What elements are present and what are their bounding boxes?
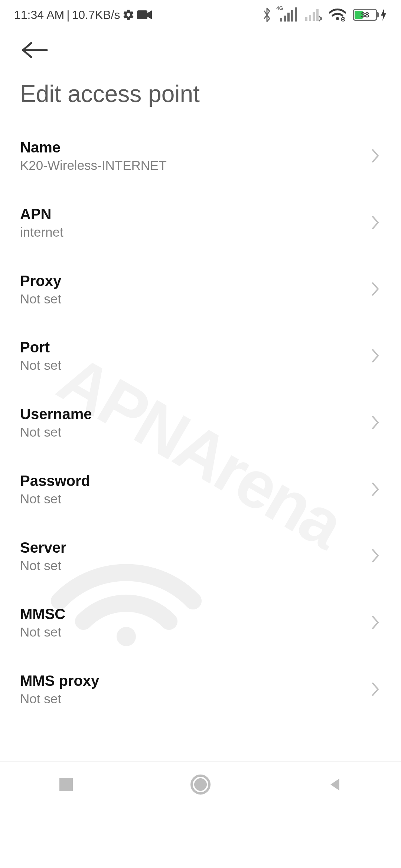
svg-rect-6 (295, 7, 297, 22)
svg-rect-10 (316, 9, 319, 21)
svg-rect-8 (309, 15, 311, 21)
setting-value: Not set (20, 424, 92, 440)
setting-label: Proxy (20, 272, 61, 290)
setting-value: K20-Wireless-INTERNET (20, 157, 167, 174)
setting-value: Not set (20, 491, 90, 507)
setting-label: Server (20, 538, 66, 557)
triangle-left-icon (327, 776, 343, 793)
setting-value: Not set (20, 691, 99, 707)
setting-label: APN (20, 205, 63, 223)
back-button[interactable] (20, 41, 49, 61)
setting-value: Not set (20, 558, 66, 574)
settings-icon (122, 9, 135, 21)
chevron-right-icon (371, 548, 381, 564)
setting-item-proxy[interactable]: Proxy Not set (20, 256, 381, 323)
setting-value: Not set (20, 291, 61, 307)
chevron-right-icon (371, 148, 381, 164)
navigation-bar (0, 761, 401, 809)
svg-rect-4 (287, 13, 290, 22)
svg-point-13 (336, 17, 339, 20)
setting-label: Password (20, 471, 90, 490)
status-sep: | (66, 8, 69, 22)
chevron-right-icon (371, 481, 381, 497)
setting-item-server[interactable]: Server Not set (20, 523, 381, 589)
nav-home-button[interactable] (190, 774, 211, 796)
svg-point-19 (194, 778, 207, 791)
nav-back-button[interactable] (327, 776, 343, 794)
setting-item-mms-proxy[interactable]: MMS proxy Not set (20, 656, 381, 723)
status-time: 11:34 AM (14, 8, 64, 22)
settings-list: Name K20-Wireless-INTERNET APN internet … (0, 122, 401, 723)
setting-value: Not set (20, 357, 61, 374)
status-speed: 10.7KB/s (72, 8, 120, 22)
setting-item-name[interactable]: Name K20-Wireless-INTERNET (20, 122, 381, 189)
setting-label: Name (20, 138, 167, 157)
arrow-left-icon (20, 41, 49, 59)
setting-label: Port (20, 338, 61, 356)
chevron-right-icon (371, 281, 381, 297)
chevron-right-icon (371, 681, 381, 697)
square-icon (58, 776, 74, 793)
chevron-right-icon (371, 414, 381, 431)
signal-sim1-icon: 4G (278, 7, 297, 22)
signal-sim2-icon (304, 7, 322, 23)
svg-rect-3 (284, 16, 286, 22)
setting-label: MMSC (20, 605, 65, 623)
setting-label: Username (20, 405, 92, 423)
chevron-right-icon (371, 614, 381, 631)
svg-rect-5 (291, 10, 293, 22)
page-title: Edit access point (0, 61, 401, 122)
svg-rect-17 (59, 778, 73, 791)
setting-value: Not set (20, 624, 65, 640)
svg-rect-2 (280, 18, 282, 22)
svg-rect-1 (137, 10, 147, 19)
setting-item-port[interactable]: Port Not set (20, 322, 381, 389)
setting-label: MMS proxy (20, 671, 99, 690)
setting-item-mmsc[interactable]: MMSC Not set (20, 589, 381, 656)
setting-item-apn[interactable]: APN internet (20, 189, 381, 256)
wifi-icon (329, 8, 346, 22)
nav-recent-button[interactable] (58, 776, 74, 794)
bluetooth-icon (262, 7, 272, 22)
chevron-right-icon (371, 348, 381, 364)
battery-icon: 38 (353, 9, 387, 21)
svg-rect-9 (313, 12, 315, 21)
setting-item-username[interactable]: Username Not set (20, 389, 381, 456)
chevron-right-icon (371, 214, 381, 231)
setting-value: internet (20, 224, 63, 240)
setting-item-password[interactable]: Password Not set (20, 456, 381, 523)
svg-rect-7 (305, 17, 307, 21)
video-camera-icon (137, 10, 152, 20)
circle-icon (190, 774, 211, 795)
status-bar: 11:34 AM | 10.7KB/s 4G (0, 0, 401, 30)
